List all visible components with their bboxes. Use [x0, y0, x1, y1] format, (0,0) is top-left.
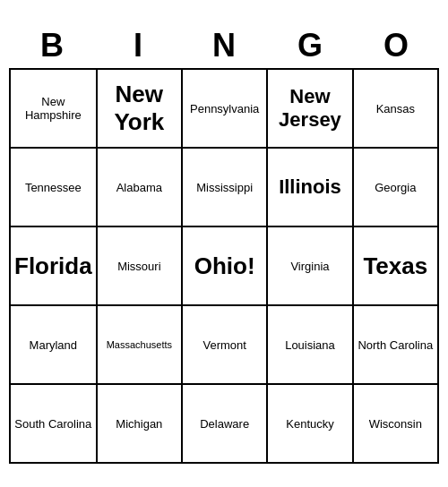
bingo-cell: Kansas: [354, 70, 439, 149]
bingo-cell: Louisiana: [268, 306, 353, 385]
bingo-header: BINGO: [9, 23, 439, 68]
bingo-cell: New Hampshire: [11, 70, 98, 149]
bingo-cell: New Jersey: [268, 70, 353, 149]
bingo-cell: Texas: [354, 227, 439, 306]
header-letter: I: [95, 23, 181, 68]
bingo-cell: Kentucky: [268, 385, 353, 464]
bingo-cell: Missouri: [98, 227, 183, 306]
bingo-cell: Virginia: [268, 227, 353, 306]
bingo-cell: North Carolina: [354, 306, 439, 385]
header-letter: G: [267, 23, 353, 68]
bingo-grid: New HampshireNew YorkPennsylvaniaNew Jer…: [9, 68, 439, 464]
bingo-cell: Vermont: [183, 306, 268, 385]
header-letter: B: [9, 23, 95, 68]
bingo-cell: Tennessee: [11, 149, 98, 227]
bingo-cell: Ohio!: [183, 227, 268, 306]
bingo-cell: New York: [98, 70, 183, 149]
bingo-cell: Delaware: [183, 385, 268, 464]
bingo-cell: Georgia: [354, 149, 439, 227]
bingo-cell: Massachusetts: [98, 306, 183, 385]
bingo-cell: Alabama: [98, 149, 183, 227]
header-letter: N: [181, 23, 267, 68]
header-letter: O: [353, 23, 439, 68]
bingo-cell: Pennsylvania: [183, 70, 268, 149]
bingo-cell: Florida: [11, 227, 98, 306]
bingo-cell: Wisconsin: [354, 385, 439, 464]
bingo-cell: Illinois: [268, 149, 353, 227]
bingo-cell: Michigan: [98, 385, 183, 464]
bingo-cell: Mississippi: [183, 149, 268, 227]
bingo-cell: South Carolina: [11, 385, 98, 464]
bingo-cell: Maryland: [11, 306, 98, 385]
bingo-card: BINGO New HampshireNew YorkPennsylvaniaN…: [9, 23, 439, 464]
